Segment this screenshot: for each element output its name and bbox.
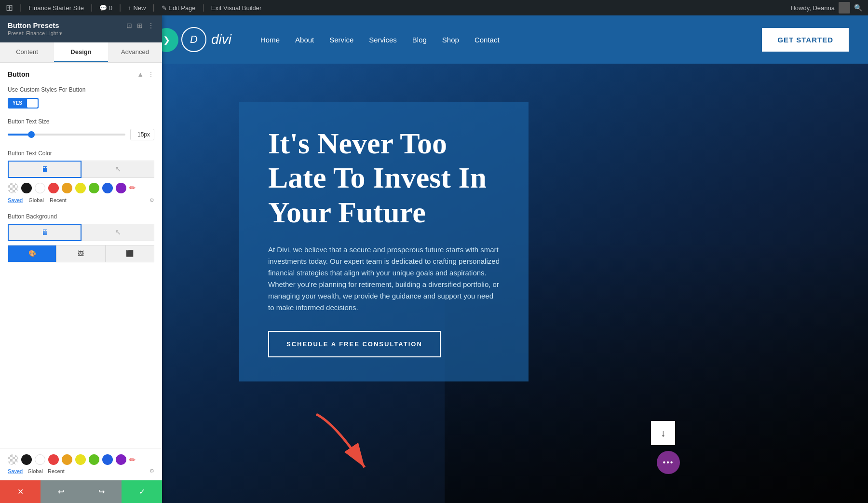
color-preview-row: 🖥 ↖: [8, 161, 154, 178]
eyedropper-icon[interactable]: ✏: [129, 183, 136, 192]
wp-logo-icon[interactable]: ⊞: [6, 2, 13, 13]
down-arrow-button[interactable]: ↓: [651, 421, 675, 445]
swatch-black[interactable]: [21, 183, 32, 193]
swatch-red[interactable]: [48, 183, 59, 193]
toggle-row: Use Custom Styles For Button YES: [8, 86, 154, 109]
tab-content[interactable]: Content: [0, 42, 54, 62]
purple-fab-button[interactable]: •••: [657, 451, 680, 474]
bottom-swatch-black[interactable]: [21, 454, 32, 465]
bg-type-image[interactable]: 🖼: [56, 245, 105, 262]
panel-grid-icon[interactable]: ⊞: [137, 22, 143, 29]
swatch-blue[interactable]: [102, 183, 113, 193]
get-started-button[interactable]: GET STARTED: [762, 28, 849, 52]
toggle-switch[interactable]: YES: [8, 98, 39, 109]
swatch-orange[interactable]: [62, 183, 72, 193]
bg-cursor-icon: ↖: [115, 228, 121, 237]
close-button[interactable]: ✕: [0, 480, 41, 503]
nav-service[interactable]: Service: [329, 36, 353, 44]
edit-page-button[interactable]: ✎ Edit Page: [162, 4, 196, 12]
section-collapse-icon[interactable]: ▲: [137, 70, 144, 78]
hero-cta-button[interactable]: SCHEDULE A FREE CONSULTATION: [268, 331, 441, 357]
search-icon[interactable]: 🔍: [854, 4, 862, 12]
hero-box: It's Never Too Late To Invest In Your Fu…: [239, 102, 529, 381]
bottom-swatch-blue[interactable]: [102, 454, 113, 465]
color-preview-box-monitor[interactable]: 🖥: [8, 161, 81, 178]
slider-track[interactable]: [8, 134, 125, 136]
undo-button[interactable]: ↩: [41, 480, 81, 503]
swatch-yellow[interactable]: [75, 183, 86, 193]
monitor-icon: 🖥: [41, 165, 49, 174]
redo-button[interactable]: ↪: [81, 480, 122, 503]
bg-controls: 🖥 ↖: [8, 224, 154, 241]
color-preview-box-arrow[interactable]: ↖: [81, 161, 154, 178]
bg-monitor-icon-box[interactable]: 🖥: [8, 224, 81, 241]
fab-icon: •••: [663, 458, 674, 467]
section-more-icon[interactable]: ⋮: [148, 70, 154, 78]
color-settings-icon[interactable]: ⚙: [149, 197, 154, 204]
nav-about[interactable]: About: [295, 36, 314, 44]
hero-section: It's Never Too Late To Invest In Your Fu…: [162, 64, 868, 503]
right-content: ❯ D divi Home About Service Services Blo…: [162, 15, 868, 503]
bottom-tab-global[interactable]: Global: [27, 468, 43, 474]
hero-subtitle: At Divi, we believe that a secure and pr…: [268, 244, 500, 313]
redo-icon: ↪: [98, 487, 105, 496]
undo-icon: ↩: [58, 487, 64, 496]
float-teal-button[interactable]: ❯: [162, 28, 178, 52]
bottom-tab-saved[interactable]: Saved: [8, 468, 23, 474]
site-logo: D divi: [181, 27, 231, 52]
save-icon: ✓: [139, 487, 145, 496]
bottom-color-settings-icon[interactable]: ⚙: [149, 468, 154, 474]
logo-letter: D: [190, 33, 198, 46]
bg-type-paint[interactable]: 🎨: [8, 245, 56, 262]
panel-footer: ✕ ↩ ↪ ✓: [0, 480, 162, 503]
cursor-icon: ↖: [115, 164, 121, 174]
bg-arrow-icon-box[interactable]: ↖: [81, 224, 154, 241]
swatch-transparent[interactable]: [8, 183, 18, 193]
bottom-swatch-purple[interactable]: [116, 454, 126, 465]
bottom-swatch-red[interactable]: [48, 454, 59, 465]
close-icon: ✕: [17, 487, 24, 496]
bottom-swatch-transparent[interactable]: [8, 454, 18, 465]
button-background-row: Button Background 🖥 ↖ 🎨 🖼 ⬛: [8, 213, 154, 262]
nav-blog[interactable]: Blog: [412, 36, 427, 44]
tab-design[interactable]: Design: [54, 42, 108, 62]
nav-contact[interactable]: Contact: [475, 36, 500, 44]
bottom-tab-recent[interactable]: Recent: [48, 468, 65, 474]
avatar[interactable]: [839, 2, 850, 14]
swatch-green[interactable]: [89, 183, 99, 193]
float-icon: ❯: [163, 35, 170, 45]
panel-title-icons: ⊡ ⊞ ⋮: [126, 22, 154, 29]
new-button[interactable]: + New: [128, 4, 146, 12]
nav-services[interactable]: Services: [369, 36, 397, 44]
color-tab-saved[interactable]: Saved: [8, 197, 23, 204]
swatch-white[interactable]: [35, 183, 45, 193]
exit-visual-builder-button[interactable]: Exit Visual Builder: [211, 4, 262, 12]
nav-home[interactable]: Home: [260, 36, 280, 44]
panel-more-icon[interactable]: ⋮: [148, 22, 154, 29]
color-tab-recent[interactable]: Recent: [50, 197, 67, 204]
bottom-swatch-row: ✏: [8, 454, 154, 465]
panel-subtitle[interactable]: Preset: Finance Light ▾: [8, 30, 154, 37]
section-title: Button: [8, 70, 29, 78]
bg-type-image2[interactable]: ⬛: [106, 245, 154, 262]
bottom-swatch-orange[interactable]: [62, 454, 72, 465]
tab-advanced[interactable]: Advanced: [108, 42, 162, 62]
nav-shop[interactable]: Shop: [442, 36, 459, 44]
bottom-swatch-green[interactable]: [89, 454, 99, 465]
hero-title: It's Never Too Late To Invest In Your Fu…: [268, 126, 500, 230]
slider-thumb[interactable]: [28, 131, 35, 138]
panel-expand-icon[interactable]: ⊡: [126, 22, 132, 29]
panel-tabs: Content Design Advanced: [0, 42, 162, 63]
bottom-eyedropper-icon[interactable]: ✏: [129, 455, 136, 464]
comment-icon[interactable]: 💬 0: [99, 4, 112, 12]
bottom-swatches-section: ✏ Saved Global Recent ⚙: [0, 448, 162, 480]
color-tab-global[interactable]: Global: [28, 197, 44, 204]
main-layout: Button Presets ⊡ ⊞ ⋮ Preset: Finance Lig…: [0, 15, 868, 503]
slider-value[interactable]: 15px: [130, 129, 154, 140]
swatch-purple[interactable]: [116, 183, 126, 193]
bottom-tabs-row: Saved Global Recent ⚙: [8, 468, 154, 474]
bottom-swatch-white[interactable]: [35, 454, 45, 465]
bottom-swatch-yellow[interactable]: [75, 454, 86, 465]
save-button[interactable]: ✓: [122, 480, 162, 503]
site-name-link[interactable]: Finance Starter Site: [28, 4, 84, 12]
